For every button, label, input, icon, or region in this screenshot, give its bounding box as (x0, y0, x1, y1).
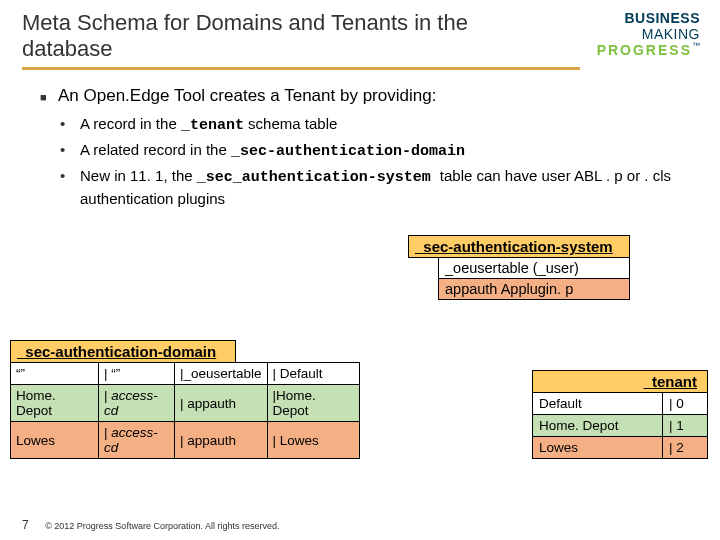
title-underline (22, 67, 580, 70)
table-row: Lowes | 2 (533, 437, 708, 459)
page-number: 7 (22, 518, 29, 532)
bullet-main: An Open.Edge Tool creates a Tenant by pr… (62, 86, 692, 106)
auth-domain-table: _sec-authentication-domain “” | “” |_oeu… (10, 340, 360, 459)
table-row: “” | “” |_oeusertable | Default (11, 363, 360, 385)
table-row: Default | 0 (533, 393, 708, 415)
tenant-header: _tenant (532, 370, 708, 393)
bullet-sub-2: A related record in the _sec-authenticat… (40, 140, 692, 162)
page-title: Meta Schema for Domains and Tenants in t… (22, 10, 502, 63)
tenant-table: _tenant Default | 0 Home. Depot | 1 Lowe… (532, 370, 708, 459)
table-row: Home. Depot | 1 (533, 415, 708, 437)
brand-logo: BUSINESS MAKING PROGRESS™ (597, 10, 700, 58)
table-row: Home. Depot | access-cd | appauth |Home.… (11, 385, 360, 422)
table-row: Lowes | access-cd | appauth | Lowes (11, 422, 360, 459)
auth-system-row-appauth: appauth Applugin. p (438, 278, 630, 300)
bullet-sub-3: New in 11. 1, the _sec_authentication-sy… (40, 166, 692, 209)
auth-system-table: _sec-authentication-system _oeusertable … (408, 235, 630, 300)
bullet-sub-1: A record in the _tenant schema table (40, 114, 692, 136)
content: An Open.Edge Tool creates a Tenant by pr… (0, 76, 720, 209)
footer: 7 © 2012 Progress Software Corporation. … (22, 518, 279, 532)
auth-domain-header: _sec-authentication-domain (10, 340, 236, 363)
header: Meta Schema for Domains and Tenants in t… (0, 0, 720, 76)
auth-system-header: _sec-authentication-system (408, 235, 630, 258)
auth-system-row-oeusertable: _oeusertable (_user) (438, 257, 630, 279)
copyright: © 2012 Progress Software Corporation. Al… (45, 521, 279, 531)
